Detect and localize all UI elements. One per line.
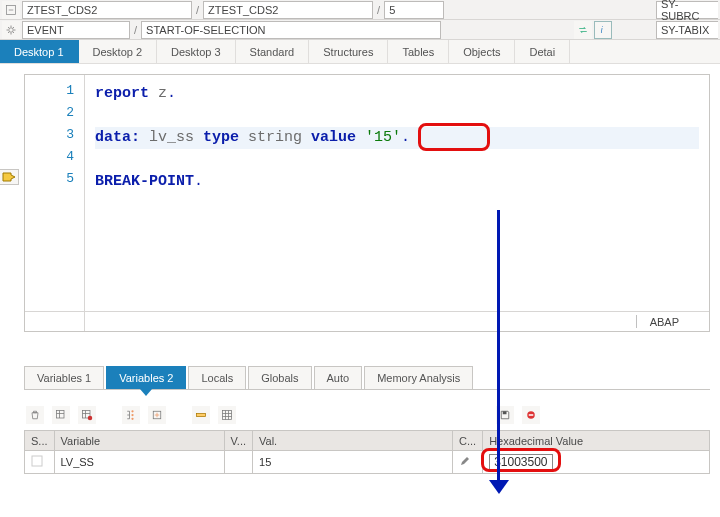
breadcrumb-bar-1: ZTEST_CDS2 / ZTEST_CDS2 / 5 SY-SUBRC [0, 0, 720, 20]
pencil-icon [459, 455, 471, 467]
annotation-arrow [497, 210, 500, 485]
tab-desktop-3[interactable]: Desktop 3 [157, 40, 236, 63]
blank-icon [31, 455, 43, 467]
code-line [95, 149, 699, 171]
row-icon[interactable] [192, 406, 210, 424]
sep: / [132, 24, 139, 36]
main-tabbar: Desktop 1 Desktop 2 Desktop 3 Standard S… [0, 40, 720, 64]
tab-detail[interactable]: Detai [515, 40, 570, 63]
code-area[interactable]: report z.data: lv_ss type string value '… [85, 75, 709, 331]
cell-value[interactable]: 15 [253, 451, 453, 474]
sy-tabix-label: SY-TABIX [656, 21, 718, 39]
svg-rect-14 [529, 414, 534, 416]
col-variable[interactable]: Variable [54, 431, 224, 451]
sep: / [375, 4, 382, 16]
tab-structures[interactable]: Structures [309, 40, 388, 63]
select-icon[interactable] [148, 406, 166, 424]
svg-point-1 [9, 27, 14, 32]
svg-point-6 [131, 410, 133, 412]
tree-icon[interactable] [122, 406, 140, 424]
svg-rect-10 [197, 414, 206, 417]
svg-rect-3 [57, 411, 65, 419]
program-field-2[interactable]: ZTEST_CDS2 [203, 1, 373, 19]
cell-variable[interactable]: LV_SS [54, 451, 224, 474]
breadcrumb-bar-2: EVENT / START-OF-SELECTION i SY-TABIX [0, 20, 720, 40]
grid-plus-icon[interactable] [52, 406, 70, 424]
code-line: report z. [95, 83, 699, 105]
tab-desktop-1[interactable]: Desktop 1 [0, 40, 79, 63]
tab-desktop-2[interactable]: Desktop 2 [79, 40, 158, 63]
variable-toolbar [24, 402, 710, 428]
stop-icon[interactable] [522, 406, 540, 424]
vtab-variables-1[interactable]: Variables 1 [24, 366, 104, 389]
code-line: BREAK-POINT. [95, 171, 699, 193]
svg-text:i: i [601, 26, 604, 35]
variable-tabbar: Variables 1 Variables 2 Locals Globals A… [24, 366, 710, 390]
info-icon[interactable]: i [594, 21, 612, 39]
vtab-memory[interactable]: Memory Analysis [364, 366, 473, 389]
program-field-1[interactable]: ZTEST_CDS2 [22, 1, 192, 19]
vtab-variables-2[interactable]: Variables 2 [106, 366, 186, 389]
tab-objects[interactable]: Objects [449, 40, 515, 63]
line-field[interactable]: 5 [384, 1, 444, 19]
swap-icon[interactable] [574, 21, 592, 39]
sy-subrc-label: SY-SUBRC [656, 1, 718, 19]
tab-standard[interactable]: Standard [236, 40, 310, 63]
vtab-auto[interactable]: Auto [314, 366, 363, 389]
event-field[interactable]: EVENT [22, 21, 130, 39]
col-hex[interactable]: Hexadecimal Value [483, 431, 710, 451]
svg-point-5 [88, 416, 93, 421]
cell-vtype [224, 451, 253, 474]
svg-point-7 [131, 414, 133, 416]
svg-rect-12 [503, 411, 507, 414]
grid-minus-icon[interactable] [78, 406, 96, 424]
table-row[interactable]: LV_SS 15 31003500 [25, 451, 710, 474]
gear-icon[interactable] [2, 21, 20, 39]
svg-rect-11 [223, 411, 232, 420]
code-line: data: lv_ss type string value '15'. [95, 127, 699, 149]
lineno: 4 [25, 149, 84, 171]
svg-point-8 [131, 418, 133, 420]
col-val[interactable]: Val. [253, 431, 453, 451]
annotation-arrow-head [489, 480, 509, 494]
trash-icon[interactable] [26, 406, 44, 424]
lineno: 1 [25, 83, 84, 105]
debug-arrow-icon [0, 169, 19, 185]
toggle-icon[interactable] [2, 1, 20, 19]
svg-rect-15 [32, 456, 42, 466]
code-editor[interactable]: 1 2 3 4 5 report z.data: lv_ss type stri… [24, 74, 710, 332]
cell-change[interactable] [453, 451, 483, 474]
tab-tables[interactable]: Tables [388, 40, 449, 63]
sep: / [194, 4, 201, 16]
lineno: 2 [25, 105, 84, 127]
block-field[interactable]: START-OF-SELECTION [141, 21, 441, 39]
vtab-globals[interactable]: Globals [248, 366, 311, 389]
cell-s [25, 451, 55, 474]
cell-hex[interactable]: 31003500 [483, 451, 710, 474]
col-v[interactable]: V... [224, 431, 253, 451]
code-line [95, 105, 699, 127]
col-s[interactable]: S... [25, 431, 55, 451]
vtab-locals[interactable]: Locals [188, 366, 246, 389]
line-number-gutter: 1 2 3 4 5 [25, 75, 85, 331]
variable-table: S... Variable V... Val. C... Hexadecimal… [24, 430, 710, 474]
table-header: S... Variable V... Val. C... Hexadecimal… [25, 431, 710, 451]
language-label: ABAP [650, 316, 679, 328]
lineno: 3 [25, 127, 84, 149]
config-icon[interactable] [218, 406, 236, 424]
lineno: 5 [25, 171, 84, 193]
col-c[interactable]: C... [453, 431, 483, 451]
editor-footer: ABAP [25, 311, 709, 331]
